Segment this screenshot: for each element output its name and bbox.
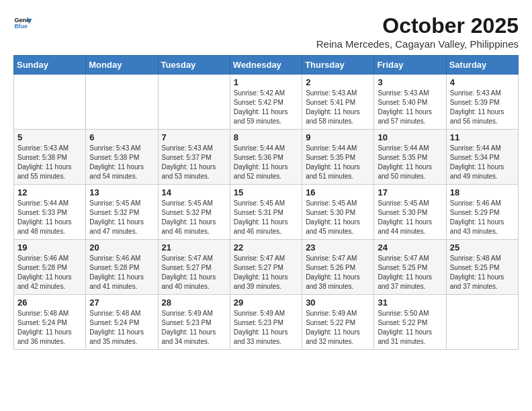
- day-number: 3: [378, 77, 442, 87]
- day-number: 27: [89, 298, 154, 308]
- calendar-cell: 10Sunrise: 5:44 AM Sunset: 5:35 PM Dayli…: [374, 130, 446, 185]
- calendar-week-row: 26Sunrise: 5:48 AM Sunset: 5:24 PM Dayli…: [14, 295, 519, 350]
- day-info: Sunrise: 5:48 AM Sunset: 5:24 PM Dayligh…: [17, 309, 82, 347]
- day-info: Sunrise: 5:43 AM Sunset: 5:37 PM Dayligh…: [162, 144, 226, 181]
- day-info: Sunrise: 5:49 AM Sunset: 5:22 PM Dayligh…: [306, 309, 370, 347]
- day-number: 7: [162, 132, 226, 142]
- logo: General Blue: [13, 13, 32, 32]
- day-info: Sunrise: 5:48 AM Sunset: 5:25 PM Dayligh…: [450, 254, 515, 291]
- weekday-header-saturday: Saturday: [446, 56, 518, 75]
- calendar-cell: 29Sunrise: 5:49 AM Sunset: 5:23 PM Dayli…: [230, 295, 302, 350]
- day-number: 8: [234, 132, 298, 142]
- day-info: Sunrise: 5:43 AM Sunset: 5:41 PM Dayligh…: [306, 89, 370, 126]
- header: General Blue October 2025 Reina Mercedes…: [13, 13, 519, 50]
- calendar-cell: [14, 75, 86, 130]
- day-number: 30: [306, 298, 370, 308]
- page-subtitle: Reina Mercedes, Cagayan Valley, Philippi…: [316, 38, 519, 50]
- day-info: Sunrise: 5:44 AM Sunset: 5:34 PM Dayligh…: [450, 144, 515, 181]
- weekday-header-row: SundayMondayTuesdayWednesdayThursdayFrid…: [14, 56, 519, 75]
- weekday-header-thursday: Thursday: [302, 56, 374, 75]
- day-info: Sunrise: 5:45 AM Sunset: 5:32 PM Dayligh…: [89, 199, 154, 236]
- day-info: Sunrise: 5:44 AM Sunset: 5:35 PM Dayligh…: [378, 144, 442, 181]
- calendar-cell: 2Sunrise: 5:43 AM Sunset: 5:41 PM Daylig…: [302, 75, 374, 130]
- day-info: Sunrise: 5:43 AM Sunset: 5:38 PM Dayligh…: [17, 144, 82, 181]
- calendar-cell: 31Sunrise: 5:50 AM Sunset: 5:22 PM Dayli…: [374, 295, 446, 350]
- calendar-cell: 7Sunrise: 5:43 AM Sunset: 5:37 PM Daylig…: [158, 130, 230, 185]
- day-number: 26: [17, 298, 82, 308]
- calendar-cell: 6Sunrise: 5:43 AM Sunset: 5:38 PM Daylig…: [86, 130, 158, 185]
- calendar-table: SundayMondayTuesdayWednesdayThursdayFrid…: [13, 55, 519, 350]
- day-info: Sunrise: 5:45 AM Sunset: 5:30 PM Dayligh…: [306, 199, 370, 236]
- day-info: Sunrise: 5:47 AM Sunset: 5:26 PM Dayligh…: [306, 254, 370, 291]
- calendar-cell: 18Sunrise: 5:46 AM Sunset: 5:29 PM Dayli…: [446, 185, 518, 240]
- calendar-cell: 13Sunrise: 5:45 AM Sunset: 5:32 PM Dayli…: [86, 185, 158, 240]
- day-info: Sunrise: 5:44 AM Sunset: 5:33 PM Dayligh…: [17, 199, 82, 236]
- day-info: Sunrise: 5:45 AM Sunset: 5:30 PM Dayligh…: [378, 199, 442, 236]
- calendar-cell: 1Sunrise: 5:42 AM Sunset: 5:42 PM Daylig…: [230, 75, 302, 130]
- calendar-cell: [158, 75, 230, 130]
- day-info: Sunrise: 5:50 AM Sunset: 5:22 PM Dayligh…: [378, 309, 442, 347]
- logo-icon: General Blue: [13, 13, 32, 32]
- calendar-cell: [446, 295, 518, 350]
- day-info: Sunrise: 5:46 AM Sunset: 5:29 PM Dayligh…: [450, 199, 515, 236]
- day-number: 28: [162, 298, 226, 308]
- day-info: Sunrise: 5:47 AM Sunset: 5:25 PM Dayligh…: [378, 254, 442, 291]
- calendar-cell: 24Sunrise: 5:47 AM Sunset: 5:25 PM Dayli…: [374, 240, 446, 295]
- weekday-header-wednesday: Wednesday: [230, 56, 302, 75]
- calendar-cell: 14Sunrise: 5:45 AM Sunset: 5:32 PM Dayli…: [158, 185, 230, 240]
- calendar-week-row: 19Sunrise: 5:46 AM Sunset: 5:28 PM Dayli…: [14, 240, 519, 295]
- day-number: 18: [450, 187, 515, 197]
- day-info: Sunrise: 5:46 AM Sunset: 5:28 PM Dayligh…: [89, 254, 154, 291]
- calendar-cell: 4Sunrise: 5:43 AM Sunset: 5:39 PM Daylig…: [446, 75, 518, 130]
- day-number: 23: [306, 242, 370, 253]
- day-number: 15: [234, 187, 298, 197]
- day-info: Sunrise: 5:47 AM Sunset: 5:27 PM Dayligh…: [162, 254, 226, 291]
- day-number: 6: [89, 132, 154, 142]
- day-number: 14: [162, 187, 226, 197]
- day-number: 4: [450, 77, 515, 87]
- day-number: 25: [450, 242, 515, 253]
- calendar-cell: 9Sunrise: 5:44 AM Sunset: 5:35 PM Daylig…: [302, 130, 374, 185]
- calendar-cell: 12Sunrise: 5:44 AM Sunset: 5:33 PM Dayli…: [14, 185, 86, 240]
- calendar-week-row: 5Sunrise: 5:43 AM Sunset: 5:38 PM Daylig…: [14, 130, 519, 185]
- day-info: Sunrise: 5:48 AM Sunset: 5:24 PM Dayligh…: [89, 309, 154, 347]
- day-number: 13: [89, 187, 154, 197]
- day-number: 24: [378, 242, 442, 253]
- calendar-cell: 15Sunrise: 5:45 AM Sunset: 5:31 PM Dayli…: [230, 185, 302, 240]
- day-number: 22: [234, 242, 298, 253]
- calendar-cell: 5Sunrise: 5:43 AM Sunset: 5:38 PM Daylig…: [14, 130, 86, 185]
- svg-text:Blue: Blue: [14, 23, 28, 30]
- calendar-cell: 11Sunrise: 5:44 AM Sunset: 5:34 PM Dayli…: [446, 130, 518, 185]
- day-number: 12: [17, 187, 82, 197]
- day-info: Sunrise: 5:43 AM Sunset: 5:40 PM Dayligh…: [378, 89, 442, 126]
- day-number: 29: [234, 298, 298, 308]
- calendar-cell: 8Sunrise: 5:44 AM Sunset: 5:36 PM Daylig…: [230, 130, 302, 185]
- page-title: October 2025: [316, 13, 519, 38]
- day-number: 19: [17, 242, 82, 253]
- title-area: October 2025 Reina Mercedes, Cagayan Val…: [316, 13, 519, 50]
- calendar-week-row: 12Sunrise: 5:44 AM Sunset: 5:33 PM Dayli…: [14, 185, 519, 240]
- day-info: Sunrise: 5:43 AM Sunset: 5:39 PM Dayligh…: [450, 89, 515, 126]
- day-number: 9: [306, 132, 370, 142]
- day-info: Sunrise: 5:43 AM Sunset: 5:38 PM Dayligh…: [89, 144, 154, 181]
- calendar-week-row: 1Sunrise: 5:42 AM Sunset: 5:42 PM Daylig…: [14, 75, 519, 130]
- weekday-header-friday: Friday: [374, 56, 446, 75]
- day-number: 21: [162, 242, 226, 253]
- calendar-cell: 27Sunrise: 5:48 AM Sunset: 5:24 PM Dayli…: [86, 295, 158, 350]
- weekday-header-sunday: Sunday: [14, 56, 86, 75]
- calendar-cell: 17Sunrise: 5:45 AM Sunset: 5:30 PM Dayli…: [374, 185, 446, 240]
- day-number: 16: [306, 187, 370, 197]
- day-info: Sunrise: 5:45 AM Sunset: 5:31 PM Dayligh…: [234, 199, 298, 236]
- calendar-cell: 22Sunrise: 5:47 AM Sunset: 5:27 PM Dayli…: [230, 240, 302, 295]
- day-info: Sunrise: 5:42 AM Sunset: 5:42 PM Dayligh…: [234, 89, 298, 126]
- day-number: 1: [234, 77, 298, 87]
- day-info: Sunrise: 5:49 AM Sunset: 5:23 PM Dayligh…: [162, 309, 226, 347]
- day-info: Sunrise: 5:47 AM Sunset: 5:27 PM Dayligh…: [234, 254, 298, 291]
- calendar-cell: 25Sunrise: 5:48 AM Sunset: 5:25 PM Dayli…: [446, 240, 518, 295]
- day-number: 17: [378, 187, 442, 197]
- calendar-cell: 20Sunrise: 5:46 AM Sunset: 5:28 PM Dayli…: [86, 240, 158, 295]
- calendar-cell: 30Sunrise: 5:49 AM Sunset: 5:22 PM Dayli…: [302, 295, 374, 350]
- calendar-cell: 19Sunrise: 5:46 AM Sunset: 5:28 PM Dayli…: [14, 240, 86, 295]
- day-info: Sunrise: 5:44 AM Sunset: 5:35 PM Dayligh…: [306, 144, 370, 181]
- calendar-cell: [86, 75, 158, 130]
